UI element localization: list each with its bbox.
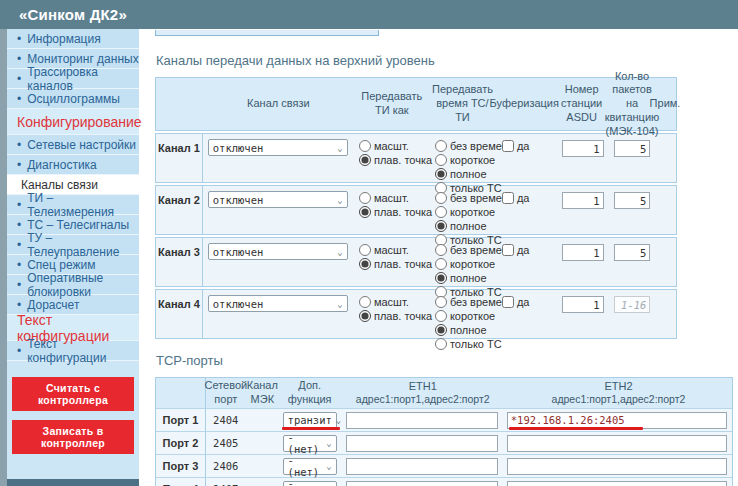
sidebar-item-diagnostics[interactable]: •Диагностика [7, 155, 139, 175]
radio-time-tconly[interactable]: только ТС [435, 337, 496, 350]
radio-input[interactable] [359, 310, 371, 322]
asdu-input[interactable] [562, 244, 604, 261]
channel-link-select[interactable]: отключен⌄ [208, 243, 348, 260]
packets-input[interactable] [614, 140, 650, 157]
radio-input[interactable] [435, 244, 447, 256]
asdu-input[interactable] [562, 296, 604, 313]
radio-time-none[interactable]: без времени [435, 139, 496, 152]
asdu-input[interactable] [562, 140, 604, 157]
radio-ti-scaled[interactable]: масшт. [359, 191, 430, 204]
radio-ti-scaled[interactable]: масшт. [359, 243, 430, 256]
radio-input[interactable] [359, 244, 371, 256]
radio-time-short[interactable]: короткое [435, 153, 496, 166]
extra-function-select[interactable]: - (нет)⌄ [283, 481, 337, 486]
eth2-address-input[interactable] [507, 412, 727, 429]
channel-label: Канал 3 [156, 238, 203, 286]
radio-input[interactable] [435, 140, 447, 152]
checkbox-input[interactable] [502, 140, 514, 152]
header-channel-link: Канал связи [203, 78, 354, 130]
radio-input[interactable] [435, 206, 447, 218]
radio-ti-scaled[interactable]: масшт. [359, 139, 430, 152]
radio-ti-float[interactable]: плав. точка [359, 309, 430, 322]
channel-link-select[interactable]: отключен⌄ [208, 139, 348, 156]
radio-input[interactable] [359, 296, 371, 308]
read-from-controller-button[interactable]: Считать с контроллера [12, 377, 134, 411]
radio-input[interactable] [435, 192, 447, 204]
annotation-underline [509, 427, 643, 430]
checkbox-input[interactable] [502, 296, 514, 308]
radio-input[interactable] [359, 154, 371, 166]
channel-row: Канал 3 отключен⌄ масшт. плав. точка без… [155, 237, 677, 287]
sidebar-item-label: Спец режим [27, 258, 95, 272]
radio-input[interactable] [435, 296, 447, 308]
eth2-address-input[interactable] [507, 458, 727, 475]
radio-ti-scaled[interactable]: масшт. [359, 295, 430, 308]
sidebar-item-operational-interlocks[interactable]: •Оперативные блокировки [7, 275, 139, 295]
sidebar-item-network-settings[interactable]: •Сетевые настройки [7, 135, 139, 155]
radio-input[interactable] [435, 272, 447, 284]
sidebar-item-label: Каналы связи [21, 178, 98, 192]
radio-time-full[interactable]: полное [435, 219, 496, 232]
radio-time-short[interactable]: короткое [435, 257, 496, 270]
radio-input[interactable] [359, 258, 371, 270]
radio-input[interactable] [435, 258, 447, 270]
buffering-checkbox[interactable]: да [502, 295, 554, 308]
select-value: транзит [288, 414, 332, 426]
extra-function-select[interactable]: транзит⌄ [283, 412, 337, 429]
asdu-input[interactable] [562, 192, 604, 209]
checkbox-input[interactable] [502, 192, 514, 204]
radio-input[interactable] [435, 310, 447, 322]
radio-input[interactable] [435, 168, 447, 180]
header-empty [156, 78, 203, 130]
radio-input[interactable] [359, 192, 371, 204]
note-cell [654, 290, 676, 338]
eth1-address-input[interactable] [346, 481, 498, 486]
radio-input[interactable] [435, 324, 447, 336]
radio-time-none[interactable]: без времени [435, 191, 496, 204]
sidebar-item-oscillograms[interactable]: •Осциллограммы [7, 89, 139, 109]
radio-input[interactable] [435, 154, 447, 166]
radio-label: плав. точка [374, 258, 432, 270]
channel-link-select[interactable]: отключен⌄ [208, 295, 348, 312]
channel-link-select[interactable]: отключен⌄ [208, 191, 348, 208]
eth2-address-input[interactable] [507, 481, 727, 486]
radio-time-none[interactable]: без времени [435, 243, 496, 256]
buffering-checkbox[interactable]: да [502, 139, 554, 152]
radio-time-short[interactable]: короткое [435, 309, 496, 322]
eth1-address-input[interactable] [346, 435, 498, 452]
checkbox-input[interactable] [502, 244, 514, 256]
eth1-address-input[interactable] [346, 412, 498, 429]
buffering-checkbox[interactable]: да [502, 191, 554, 204]
radio-ti-float[interactable]: плав. точка [359, 205, 430, 218]
radio-ti-float[interactable]: плав. точка [359, 257, 430, 270]
sidebar-item-information[interactable]: •Информация [7, 29, 139, 49]
radio-time-none[interactable]: без времени [435, 295, 496, 308]
sidebar-item-ti-telemetry[interactable]: •ТИ – Телеизмерения [7, 195, 139, 215]
tcp-port-row: Порт 1 2404 транзит⌄ [156, 408, 732, 431]
sidebar-item-tu-telecontrol[interactable]: •ТУ – Телеуправление [7, 235, 139, 255]
radio-input[interactable] [435, 338, 447, 350]
radio-ti-float[interactable]: плав. точка [359, 153, 430, 166]
sidebar-item-channel-tracing[interactable]: •Трассировка каналов [7, 69, 139, 89]
radio-input[interactable] [359, 140, 371, 152]
radio-input[interactable] [435, 220, 447, 232]
eth1-address-input[interactable] [346, 458, 498, 475]
radio-time-full[interactable]: полное [435, 167, 496, 180]
eth2-address-input[interactable] [507, 435, 727, 452]
packets-input[interactable] [614, 244, 650, 261]
radio-time-full[interactable]: полное [435, 271, 496, 284]
sidebar: •Информация •Мониторинг данных •Трассиро… [7, 29, 139, 479]
write-to-controller-button[interactable]: Записать в контроллер [12, 420, 134, 454]
select-value: - (нет) [288, 431, 323, 455]
header-ti-format: Передавать ТИ как [354, 78, 430, 130]
extra-function-select[interactable]: - (нет)⌄ [283, 458, 337, 475]
sidebar-item-config-text[interactable]: •Текст конфигурации [7, 341, 139, 361]
extra-function-select[interactable]: - (нет)⌄ [283, 435, 337, 452]
radio-time-short[interactable]: короткое [435, 205, 496, 218]
header-iec-channel: Канал МЭК [246, 378, 279, 408]
buffering-checkbox[interactable]: да [502, 243, 554, 256]
packets-input[interactable] [614, 192, 650, 209]
select-value: отключен [213, 194, 264, 206]
radio-time-full[interactable]: полное [435, 323, 496, 336]
radio-input[interactable] [359, 206, 371, 218]
